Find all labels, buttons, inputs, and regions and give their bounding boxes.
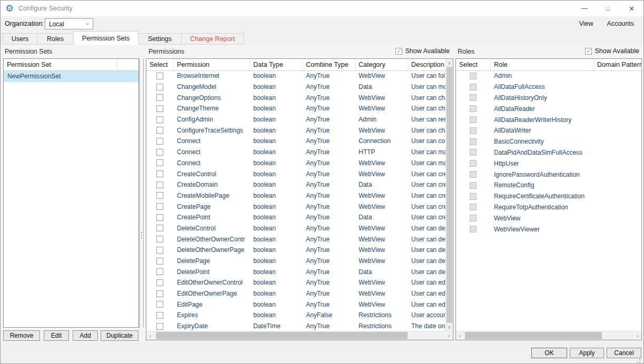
permissions-table-row[interactable]: Expires boolean AnyFalse Restrictions Us… xyxy=(146,310,445,321)
permission-checkbox[interactable] xyxy=(156,247,163,254)
column-header-data-type[interactable]: Data Type xyxy=(250,59,303,70)
role-checkbox[interactable] xyxy=(470,73,477,79)
column-header-role[interactable]: Role xyxy=(491,59,594,70)
permissions-table-row[interactable]: ConfigAdmin boolean AnyTrue Admin User c… xyxy=(146,114,445,125)
roles-table-row[interactable]: Admin xyxy=(456,70,641,82)
permissions-table-row[interactable]: ChangeOptions boolean AnyTrue WebView Us… xyxy=(146,92,445,103)
menu-view[interactable]: View xyxy=(579,20,593,27)
role-checkbox[interactable] xyxy=(470,94,477,101)
permission-checkbox[interactable] xyxy=(156,181,163,188)
roles-table-row[interactable]: AllDataReader xyxy=(456,103,641,114)
column-header-permission[interactable]: Permission xyxy=(174,59,250,70)
permissions-table-row[interactable]: DeleteControl boolean AnyTrue WebView Us… xyxy=(146,223,445,234)
permission-checkbox[interactable] xyxy=(156,203,163,210)
permissions-table-row[interactable]: CreateDomain boolean AnyTrue Data User c… xyxy=(146,179,445,190)
role-checkbox[interactable] xyxy=(470,171,477,178)
permission-checkbox[interactable] xyxy=(156,225,163,231)
permission-checkbox[interactable] xyxy=(156,214,163,221)
roles-table-row[interactable]: RequireTotpAuthentication xyxy=(456,202,641,213)
column-header-category[interactable]: Category xyxy=(355,59,408,70)
scroll-right-icon[interactable]: › xyxy=(445,331,453,340)
permissions-horizontal-scrollbar[interactable]: ‹ › xyxy=(146,331,453,340)
column-header-permission-set[interactable]: Permission Set xyxy=(4,59,138,70)
permissions-table-row[interactable]: CreatePage boolean AnyTrue WebView User … xyxy=(146,201,445,212)
role-checkbox[interactable] xyxy=(470,182,477,189)
roles-table-row[interactable]: RequireCertificateAuthentication xyxy=(456,191,641,202)
panel-splitter[interactable] xyxy=(139,58,144,328)
permissions-table-row[interactable]: ExpiryDate DateTime AnyTrue Restrictions… xyxy=(146,321,445,331)
permissions-table-row[interactable]: EditOtherOwnerControl boolean AnyTrue We… xyxy=(146,277,445,288)
show-available-checkbox[interactable]: ✓ xyxy=(395,48,402,55)
permissions-table-row[interactable]: CreatePoint boolean AnyTrue Data User ca… xyxy=(146,212,445,223)
permissions-table-row[interactable]: Connect boolean AnyTrue Connection User … xyxy=(146,136,445,147)
apply-button[interactable]: Apply xyxy=(570,348,604,358)
column-header-combine-type[interactable]: Combine Type xyxy=(303,59,355,70)
roles-table-row[interactable]: BasicConnectivity xyxy=(456,136,641,147)
maximize-button[interactable]: □ xyxy=(596,1,620,16)
role-checkbox[interactable] xyxy=(470,127,477,134)
roles-table-row[interactable]: AllDataHistoryOnly xyxy=(456,93,641,104)
permissions-table-row[interactable]: CreateMobilePage boolean AnyTrue WebView… xyxy=(146,190,445,201)
permissions-table-row[interactable]: DeleteOtherOwnerPage boolean AnyTrue Web… xyxy=(146,245,445,256)
permission-checkbox[interactable] xyxy=(156,84,163,90)
permission-checkbox[interactable] xyxy=(156,94,163,101)
roles-horizontal-scrollbar[interactable]: ‹ › xyxy=(456,331,641,340)
column-header-domain-pattern[interactable]: Domain Pattern xyxy=(594,59,641,70)
permission-checkbox[interactable] xyxy=(156,323,163,330)
permission-checkbox[interactable] xyxy=(156,159,163,166)
permissions-table-row[interactable]: Connect boolean AnyTrue HTTP User can ma xyxy=(146,147,445,158)
role-checkbox[interactable] xyxy=(470,193,477,200)
permission-set-row-selected[interactable]: NewPermissionSet xyxy=(4,71,138,82)
duplicate-button[interactable]: Duplicate xyxy=(101,330,138,341)
horizontal-scrollbar-thumb[interactable] xyxy=(156,332,408,339)
permissions-vertical-scrollbar[interactable]: ∧ ∨ xyxy=(445,59,453,331)
permissions-table-row[interactable]: ConfigureTraceSettings boolean AnyTrue W… xyxy=(146,125,445,136)
organization-dropdown[interactable]: Local ⌄ xyxy=(45,18,93,29)
resize-grip-icon[interactable] xyxy=(639,359,640,360)
permission-checkbox[interactable] xyxy=(156,105,163,112)
vertical-scrollbar-thumb[interactable] xyxy=(447,67,452,323)
role-checkbox[interactable] xyxy=(470,138,477,145)
role-checkbox[interactable] xyxy=(470,149,477,156)
roles-table-row[interactable]: WebViewViewer xyxy=(456,224,641,235)
scroll-left-icon[interactable]: ‹ xyxy=(146,331,154,340)
tab-permission-sets[interactable]: Permission Sets xyxy=(73,31,138,45)
scroll-left-icon[interactable]: ‹ xyxy=(456,331,464,340)
permission-checkbox[interactable] xyxy=(156,279,163,286)
roles-show-available[interactable]: ✓ Show Available xyxy=(585,47,639,55)
add-button[interactable]: Add xyxy=(73,330,98,341)
permissions-table-row[interactable]: DeletePage boolean AnyTrue WebView User … xyxy=(146,256,445,267)
tab-roles[interactable]: Roles xyxy=(37,33,74,45)
roles-table-row[interactable]: HttpUser xyxy=(456,158,641,169)
role-checkbox[interactable] xyxy=(470,160,477,167)
permissions-table-row[interactable]: Connect boolean AnyTrue WebView User can… xyxy=(146,158,445,169)
permissions-table-row[interactable]: ChangeModel boolean AnyTrue Data User ca… xyxy=(146,82,445,93)
role-checkbox[interactable] xyxy=(470,204,477,210)
role-checkbox[interactable] xyxy=(470,215,477,221)
permission-checkbox[interactable] xyxy=(156,268,163,275)
roles-table-row[interactable]: IgnorePasswordAuthentication xyxy=(456,169,641,180)
permissions-table-row[interactable]: ChangeTheme boolean AnyTrue WebView User… xyxy=(146,103,445,114)
permission-checkbox[interactable] xyxy=(156,170,163,177)
tab-change-report[interactable]: Change Report xyxy=(181,33,244,45)
permission-checkbox[interactable] xyxy=(156,290,163,297)
roles-table-row[interactable]: AllDataWriter xyxy=(456,125,641,136)
edit-button[interactable]: Edit xyxy=(44,330,69,341)
role-checkbox[interactable] xyxy=(470,226,477,232)
roles-table-row[interactable]: RemoteConfig xyxy=(456,180,641,191)
role-checkbox[interactable] xyxy=(470,105,477,112)
horizontal-scrollbar-thumb[interactable] xyxy=(465,332,602,339)
permission-checkbox[interactable] xyxy=(156,192,163,199)
roles-table-row[interactable]: WebView xyxy=(456,213,641,224)
tab-users[interactable]: Users xyxy=(3,33,37,45)
permission-checkbox[interactable] xyxy=(156,127,163,134)
column-header-description[interactable]: Description xyxy=(408,59,445,70)
permission-checkbox[interactable] xyxy=(156,258,163,265)
cancel-button[interactable]: Cancel xyxy=(607,348,641,358)
role-checkbox[interactable] xyxy=(470,116,477,123)
scroll-down-icon[interactable]: ∨ xyxy=(446,323,453,331)
scroll-right-icon[interactable]: › xyxy=(633,331,641,340)
show-available-checkbox[interactable]: ✓ xyxy=(585,48,592,55)
roles-table-row[interactable]: DataPidAndDataSimFullAccess xyxy=(456,147,641,158)
permission-checkbox[interactable] xyxy=(156,116,163,123)
